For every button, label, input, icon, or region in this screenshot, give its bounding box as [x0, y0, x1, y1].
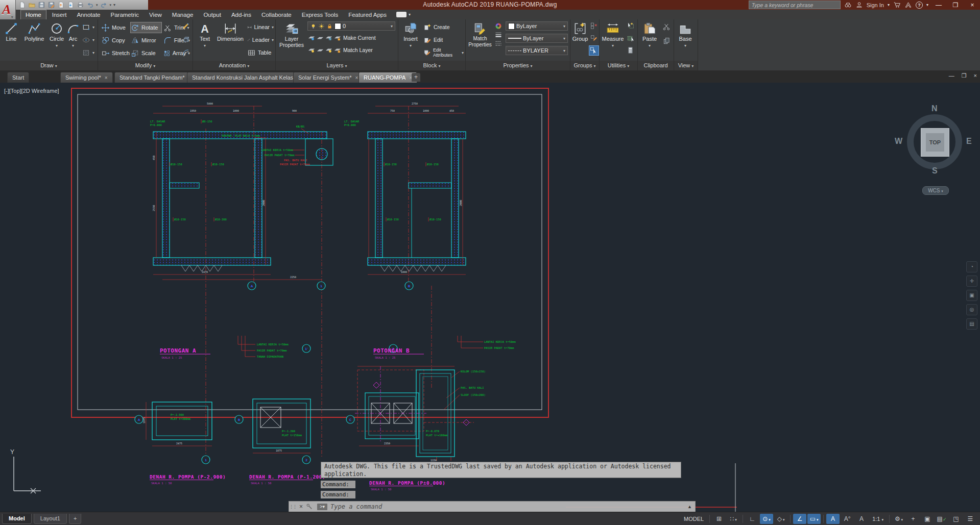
lineweight-select[interactable]: ByLayer▾ [506, 34, 568, 43]
panel-label-block[interactable]: Block ▾ [398, 61, 466, 70]
autocad-logo[interactable]: A▾ [0, 0, 16, 19]
paste-button[interactable]: Paste▾ [639, 20, 660, 48]
viewcube-west[interactable]: W [895, 137, 902, 146]
layer-dropdown-icon[interactable]: ▾ [391, 24, 393, 29]
new-drawing-tab-button[interactable]: + [412, 73, 420, 82]
file-tab-solar-energi[interactable]: Solar Energi System*× [293, 72, 363, 83]
ribbon-tab-view[interactable]: View [145, 10, 166, 19]
copy-clip-icon[interactable] [662, 37, 671, 47]
autoscale-icon[interactable]: A° [841, 514, 854, 524]
model-space-indicator[interactable]: MODEL [681, 516, 707, 522]
viewcube-north[interactable]: N [931, 104, 938, 113]
quick-calculator-icon[interactable] [626, 46, 635, 57]
group-edit-icon[interactable] [590, 34, 598, 44]
viewcube-east[interactable]: E [966, 137, 972, 146]
object-color-select[interactable]: ByLayer▾ [506, 21, 568, 31]
layer-properties-button[interactable]: Layer Properties [277, 20, 306, 48]
rotate-button[interactable]: Rotate [131, 22, 161, 33]
command-grip-handle[interactable]: ⋮⋮ [289, 504, 296, 509]
drawing-close-icon[interactable]: × [974, 72, 977, 79]
arc-button[interactable]: Arc▾ [65, 20, 81, 48]
command-customize-wrench-icon[interactable] [306, 503, 313, 510]
grid-display-icon[interactable]: ⊞ [712, 514, 726, 524]
linetype-select[interactable]: BYLAYER▾ [506, 46, 568, 55]
panel-label-properties[interactable]: Properties ▾ [466, 61, 570, 70]
ribbon-tab-insert[interactable]: Insert [47, 10, 71, 19]
ribbon-display-toggle-icon[interactable] [396, 12, 407, 17]
graphics-performance-icon[interactable]: ▤✓ [935, 514, 948, 524]
layer-unlock-icon[interactable] [326, 23, 333, 30]
minimize-button[interactable]: — [932, 2, 945, 9]
panel-label-view[interactable]: View ▾ [674, 61, 698, 70]
panel-label-modify[interactable]: Modify ▾ [98, 61, 193, 70]
file-tab-start[interactable]: Start [7, 72, 29, 83]
viewport-controls[interactable]: [-][Top][2D Wireframe] [4, 88, 59, 94]
ribbon-tab-express-tools[interactable]: Express Tools [297, 10, 343, 19]
isometric-drafting-icon[interactable]: ◇ ▾ [774, 514, 787, 524]
panel-label-draw[interactable]: Draw ▾ [0, 61, 98, 70]
showmotion-icon[interactable]: ▤ [966, 318, 977, 330]
make-current-button[interactable]: Make Current [343, 35, 376, 41]
select-similar-icon[interactable] [626, 34, 635, 44]
drawing-minimize-icon[interactable]: — [949, 72, 954, 79]
pan-icon[interactable]: ✛ [966, 276, 977, 287]
line-button[interactable]: Line [1, 20, 21, 42]
annotation-visibility-icon[interactable]: A [826, 514, 840, 524]
isolate-objects-icon[interactable]: ▣ [921, 514, 934, 524]
autodesk-app-icon[interactable] [904, 1, 912, 9]
sign-in-label[interactable]: Sign In [867, 2, 884, 8]
full-navigation-wheel-icon[interactable]: ◔ [966, 261, 977, 272]
copy-button[interactable]: Copy [101, 35, 130, 45]
ucs-icon[interactable]: Y [10, 448, 41, 493]
dimension-button[interactable]: Dimension [214, 20, 246, 42]
layer-on-icon[interactable] [310, 23, 317, 30]
mirror-button[interactable]: Mirror [131, 35, 161, 45]
object-snap-tracking-icon[interactable]: ∠ [793, 514, 806, 524]
ribbon-display-dropdown-icon[interactable]: ▾ [409, 12, 411, 17]
cut-icon[interactable] [662, 22, 671, 33]
explode-icon[interactable] [182, 35, 190, 44]
annotation-scale-icon[interactable]: A [855, 514, 868, 524]
command-close-icon[interactable]: × [296, 503, 306, 510]
create-block-button[interactable]: Create [423, 22, 464, 32]
group-selection-toggle-icon[interactable] [589, 46, 599, 55]
dynamic-input-icon[interactable]: ▭ ▾ [807, 514, 821, 524]
rectangle-button[interactable]: ▾ [82, 22, 94, 32]
edit-block-button[interactable]: Edit [423, 35, 464, 45]
ribbon-tab-collaborate[interactable]: Collaborate [257, 10, 296, 19]
move-button[interactable]: Move [101, 22, 130, 33]
help-icon[interactable]: ? [916, 2, 923, 9]
hatch-button[interactable]: ▾ [82, 47, 94, 58]
layer-thaw-icon[interactable] [318, 23, 325, 30]
restore-button[interactable]: ❐ [949, 2, 962, 9]
model-tab[interactable]: Model [2, 514, 32, 524]
snap-mode-icon[interactable]: ∷ ▾ [727, 514, 740, 524]
stretch-button[interactable]: Stretch [101, 48, 130, 58]
layer-freeze-icon[interactable] [325, 34, 333, 42]
quick-select-icon[interactable] [626, 21, 635, 32]
ribbon-tab-output[interactable]: Output [199, 10, 226, 19]
layer-unisolate-icon[interactable] [316, 46, 324, 54]
ribbon-tab-annotate[interactable]: Annotate [72, 10, 105, 19]
group-button[interactable]: Group [571, 20, 589, 42]
polar-tracking-icon[interactable]: ⊙ ▾ [760, 514, 773, 524]
erase-icon[interactable] [182, 21, 190, 31]
ungroup-icon[interactable] [590, 21, 598, 32]
customization-icon[interactable]: ☰ [964, 514, 977, 524]
annotation-scale-value[interactable]: 1:1 ▾ [869, 516, 887, 522]
help-dropdown-icon[interactable]: ▾ [926, 3, 928, 7]
ribbon-tab-featured-apps[interactable]: Featured Apps [344, 10, 391, 19]
lineweight-icon[interactable] [494, 31, 503, 39]
sign-in-avatar-icon[interactable] [855, 1, 863, 9]
layer-unlock2-icon[interactable] [333, 46, 342, 54]
layer-off-icon[interactable] [307, 34, 316, 42]
panel-label-utilities[interactable]: Utilities ▾ [600, 61, 638, 70]
crosshair-icon[interactable]: + [906, 514, 920, 524]
close-icon[interactable]: × [105, 75, 108, 81]
orbit-icon[interactable]: ◎ [966, 304, 977, 315]
measure-button[interactable]: Measure▾ [601, 20, 625, 48]
match-properties-button[interactable]: Match Properties [467, 20, 493, 48]
match-layer-button[interactable]: Match Layer [343, 47, 373, 53]
ribbon-tab-addins[interactable]: Add-ins [227, 10, 256, 19]
clean-screen-icon[interactable]: ◳ [949, 514, 963, 524]
